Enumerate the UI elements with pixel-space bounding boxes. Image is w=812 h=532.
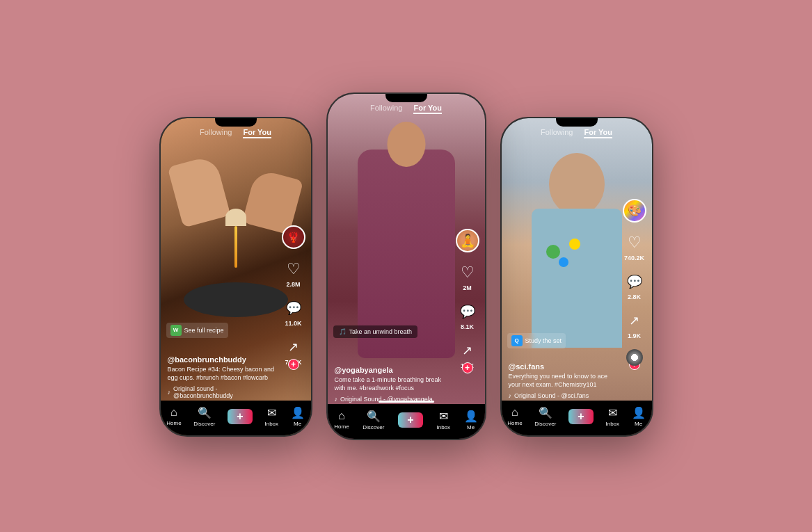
- breathe-badge-text: Take an unwind breath: [349, 328, 413, 335]
- inbox-label-left: Inbox: [264, 421, 278, 427]
- nav-discover-center[interactable]: 🔍 Discover: [363, 410, 384, 430]
- share-icon-center: ↗: [457, 340, 478, 361]
- bottom-nav-right: ⌂ Home 🔍 Discover + ✉ Inbox 👤 Me: [502, 401, 652, 435]
- like-count-center: 2M: [463, 284, 472, 291]
- me-icon-center: 👤: [464, 410, 478, 423]
- sound-text-right: Original Sound - @sci.fans: [514, 392, 589, 399]
- description-left: Bacon Recipe #34: Cheesy bacon and egg c…: [168, 366, 276, 382]
- heart-icon-right: ♡: [624, 232, 645, 253]
- discover-icon-center: 🔍: [367, 410, 381, 423]
- username-right[interactable]: @sci.fans: [509, 362, 617, 371]
- me-label-left: Me: [294, 421, 301, 427]
- nav-home-left[interactable]: ⌂ Home: [166, 406, 181, 426]
- inbox-icon-center: ✉: [439, 410, 448, 423]
- me-label-center: Me: [467, 424, 475, 430]
- egg-yolk-stream: [234, 226, 237, 268]
- share-count-right: 1.9K: [628, 332, 641, 339]
- avatar-center[interactable]: 🧘: [456, 229, 479, 252]
- description-right: Everything you need to know to ace your …: [509, 373, 617, 389]
- breathe-badge-center[interactable]: 🎵 Take an unwind breath: [333, 325, 418, 338]
- home-icon-left: ⌂: [170, 406, 177, 419]
- molecule-blue: [559, 257, 568, 267]
- bottom-info-left: @baconbrunchbuddy Bacon Recipe #34: Chee…: [168, 355, 276, 398]
- share-container-right[interactable]: ↗ 1.9K: [624, 310, 645, 339]
- discover-label-left: Discover: [193, 421, 215, 427]
- discover-label-center: Discover: [363, 424, 384, 430]
- following-tab-center[interactable]: Following: [370, 104, 402, 114]
- recipe-badge-text: See full recipe: [184, 327, 224, 334]
- avatar-container-right[interactable]: 🎨 +: [623, 199, 646, 223]
- music-note-right: ♪: [509, 392, 512, 399]
- me-label-right: Me: [635, 421, 642, 427]
- comment-count-center: 8.1K: [461, 323, 474, 330]
- recipe-badge-icon: W: [170, 325, 182, 336]
- share-icon-right: ↗: [624, 310, 645, 331]
- nav-inbox-right[interactable]: ✉ Inbox: [605, 406, 619, 427]
- username-left[interactable]: @baconbrunchbuddy: [168, 355, 276, 364]
- share-icon-left: ↗: [283, 337, 304, 357]
- nav-inbox-left[interactable]: ✉ Inbox: [264, 406, 278, 427]
- discover-icon-right: 🔍: [539, 406, 552, 419]
- home-icon-right: ⌂: [511, 406, 518, 419]
- nav-me-right[interactable]: 👤 Me: [632, 406, 646, 427]
- music-note-left: ♪: [168, 389, 171, 396]
- username-center[interactable]: @yogabyangela: [335, 366, 450, 374]
- avatar-container-center[interactable]: 🧘 +: [456, 229, 479, 252]
- action-buttons-center: 🧘 + ♡ 2M 💬 8.1K ↗ 1.4K: [456, 229, 479, 369]
- music-disc-right: [626, 349, 643, 366]
- for-you-tab-center[interactable]: For You: [413, 104, 442, 114]
- home-icon-center: ⌂: [338, 410, 345, 422]
- heart-icon-left: ♡: [283, 259, 304, 280]
- comment-container-center[interactable]: 💬 8.1K: [457, 301, 478, 330]
- like-container-center[interactable]: ♡ 2M: [457, 262, 478, 291]
- notch-right: [556, 118, 598, 127]
- hand-left: [167, 154, 230, 227]
- like-container-left[interactable]: ♡ 2.8M: [283, 259, 304, 288]
- nav-home-center[interactable]: ⌂ Home: [334, 410, 349, 430]
- like-container-right[interactable]: ♡ 740.2K: [624, 232, 645, 261]
- top-nav-right: Following For You: [502, 128, 652, 138]
- inbox-icon-right: ✉: [608, 406, 617, 419]
- follow-plus-left[interactable]: +: [288, 359, 299, 370]
- comment-icon-center: 💬: [457, 301, 478, 322]
- yoga-head: [387, 122, 425, 167]
- nav-inbox-center[interactable]: ✉ Inbox: [436, 410, 450, 430]
- avatar-right[interactable]: 🎨: [623, 199, 646, 223]
- music-note-center: ♪: [335, 396, 338, 403]
- phone-left: Following For You 🦞 + ♡ 2.8M 💬 11.0K ↗ 7…: [159, 117, 312, 437]
- following-tab-left[interactable]: Following: [200, 128, 232, 138]
- action-buttons-right: 🎨 + ♡ 740.2K 💬 2.8K ↗ 1.9K: [623, 199, 646, 366]
- phone-center: Following For You 🧘 + ♡ 2M 💬 8.1K ↗ 1.4K: [326, 92, 486, 440]
- create-btn-center[interactable]: +: [398, 412, 423, 428]
- study-badge-right[interactable]: Q Study the set: [507, 333, 566, 348]
- comment-container-right[interactable]: 💬 2.8K: [624, 271, 645, 300]
- nav-discover-right[interactable]: 🔍 Discover: [534, 406, 556, 427]
- for-you-tab-right[interactable]: For You: [584, 128, 612, 138]
- avatar-container-left[interactable]: 🦞 +: [282, 225, 305, 249]
- comment-container-left[interactable]: 💬 11.0K: [283, 298, 304, 327]
- notch-left: [215, 118, 257, 127]
- create-btn-right[interactable]: +: [568, 409, 594, 424]
- recipe-badge-left[interactable]: W See full recipe: [166, 323, 228, 338]
- follow-plus-center[interactable]: +: [462, 362, 473, 373]
- nav-me-left[interactable]: 👤 Me: [291, 406, 305, 427]
- sound-info-right: ♪ Original Sound - @sci.fans: [509, 392, 617, 399]
- nav-discover-left[interactable]: 🔍 Discover: [193, 406, 215, 427]
- me-icon-left: 👤: [291, 406, 305, 419]
- comment-count-left: 11.0K: [285, 320, 301, 327]
- discover-label-right: Discover: [534, 421, 556, 427]
- home-label-center: Home: [334, 424, 349, 430]
- nav-me-center[interactable]: 👤 Me: [464, 410, 478, 430]
- comment-icon-right: 💬: [624, 271, 645, 292]
- for-you-tab-left[interactable]: For You: [243, 128, 271, 138]
- avatar-left[interactable]: 🦞: [282, 225, 305, 249]
- discover-icon-left: 🔍: [198, 406, 212, 419]
- action-buttons-left: 🦞 + ♡ 2.8M 💬 11.0K ↗ 76.1K: [282, 225, 305, 366]
- top-nav-center: Following For You: [328, 104, 485, 114]
- following-tab-right[interactable]: Following: [541, 128, 573, 138]
- bottom-info-center: @yogabyangela Come take a 1-minute breat…: [335, 366, 450, 402]
- create-btn-left[interactable]: +: [228, 409, 253, 424]
- nav-home-right[interactable]: ⌂ Home: [507, 406, 522, 426]
- bottom-info-right: @sci.fans Everything you need to know to…: [509, 362, 617, 398]
- description-center: Come take a 1-minute breathing break wit…: [335, 376, 450, 392]
